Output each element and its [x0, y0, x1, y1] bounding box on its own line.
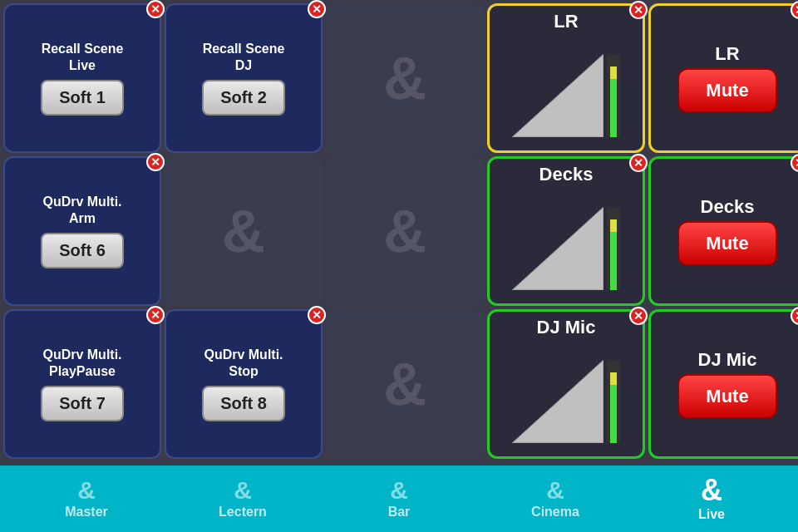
djmic-fader-visual [504, 342, 628, 451]
close-btn-djmic-mute[interactable]: ✕ [791, 307, 798, 325]
close-btn-recall-live[interactable]: ✕ [146, 0, 165, 18]
meter-yellow [610, 66, 617, 79]
close-btn-qudrv-arm[interactable]: ✕ [146, 153, 165, 171]
close-btn-decks-fader[interactable]: ✕ [629, 154, 648, 172]
nav-cinema-amp: & [546, 478, 564, 503]
soft7-button[interactable]: Soft 7 [41, 386, 124, 421]
lr-fader-title: LR [554, 11, 578, 32]
djmic-meter-green [610, 385, 617, 443]
amp3-symbol: & [383, 197, 426, 265]
decks-fader-meter [607, 207, 620, 290]
cell-amp1: & [326, 3, 484, 153]
lr-fader-triangle [512, 54, 603, 137]
amp1-symbol: & [383, 44, 426, 112]
main-grid: ✕ Recall SceneLive Soft 1 ✕ Recall Scene… [0, 0, 798, 466]
close-btn-qudrv-stop[interactable]: ✕ [308, 306, 326, 324]
nav-master-label: Master [65, 505, 108, 520]
bottom-nav: & Master & Lectern & Bar & Cinema & Live [0, 466, 798, 532]
decks-fader-visual [504, 189, 628, 298]
lr-fader-visual [504, 36, 628, 145]
amp4-symbol: & [383, 350, 426, 418]
decks-fader-title: Decks [539, 164, 594, 185]
svg-marker-1 [512, 207, 603, 290]
djmic-fader-triangle [512, 360, 603, 443]
decks-meter-green [610, 232, 617, 290]
svg-marker-2 [512, 360, 603, 443]
close-btn-decks-mute[interactable]: ✕ [791, 154, 798, 172]
nav-master[interactable]: & Master [8, 478, 165, 520]
cell-amp2: & [165, 156, 323, 306]
decks-fader-triangle [512, 207, 603, 290]
decks-meter-yellow [610, 219, 617, 232]
recall-dj-title: Recall SceneDJ [203, 41, 285, 72]
cell-qudrv-stop: ✕ QuDrv Multi.Stop Soft 8 [165, 309, 323, 459]
lr-mute-button[interactable]: Mute [677, 68, 777, 113]
decks-mute-title: Decks [701, 196, 755, 218]
nav-bar-label: Bar [388, 505, 411, 520]
svg-marker-0 [512, 54, 603, 137]
soft6-button[interactable]: Soft 6 [41, 233, 124, 268]
recall-live-title: Recall SceneLive [42, 41, 124, 72]
close-btn-lr-mute[interactable]: ✕ [791, 1, 798, 19]
close-btn-qudrv-playpause[interactable]: ✕ [146, 306, 165, 324]
djmic-fader-meter [607, 360, 620, 443]
qudrv-stop-title: QuDrv Multi.Stop [204, 347, 283, 378]
cell-recall-dj: ✕ Recall SceneDJ Soft 2 [165, 3, 323, 153]
qudrv-arm-title: QuDrv Multi.Arm [42, 194, 121, 225]
cell-lr-mute: ✕ LR Mute [648, 3, 798, 153]
nav-lectern-amp: & [234, 478, 252, 503]
soft2-button[interactable]: Soft 2 [202, 80, 285, 116]
qudrv-playpause-title: QuDrv Multi.PlayPause [42, 347, 121, 378]
nav-live[interactable]: & Live [633, 475, 790, 522]
lr-mute-title: LR [715, 43, 739, 65]
soft1-button[interactable]: Soft 1 [41, 80, 124, 116]
meter-green [610, 79, 617, 137]
cell-amp4: & [326, 309, 484, 459]
nav-cinema-label: Cinema [531, 505, 579, 520]
lr-fader-meter [607, 54, 620, 137]
cell-qudrv-arm: ✕ QuDrv Multi.Arm Soft 6 [3, 156, 161, 306]
cell-lr-fader: ✕ LR [487, 3, 645, 153]
djmic-meter-yellow [610, 372, 617, 385]
nav-lectern-label: Lectern [219, 505, 267, 520]
nav-live-label: Live [698, 507, 725, 522]
cell-djmic-fader: ✕ DJ Mic [487, 309, 645, 459]
close-btn-djmic-fader[interactable]: ✕ [629, 307, 648, 325]
cell-recall-live: ✕ Recall SceneLive Soft 1 [3, 3, 161, 153]
cell-amp3: & [326, 156, 484, 306]
cell-djmic-mute: ✕ DJ Mic Mute [648, 309, 798, 459]
close-btn-recall-dj[interactable]: ✕ [308, 0, 326, 18]
djmic-mute-title: DJ Mic [698, 349, 757, 371]
nav-lectern[interactable]: & Lectern [165, 478, 321, 520]
close-btn-lr-fader[interactable]: ✕ [629, 1, 648, 19]
cell-qudrv-playpause: ✕ QuDrv Multi.PlayPause Soft 7 [3, 309, 161, 459]
nav-cinema[interactable]: & Cinema [477, 478, 633, 520]
cell-decks-mute: ✕ Decks Mute [648, 156, 798, 306]
nav-bar[interactable]: & Bar [321, 478, 477, 520]
djmic-mute-button[interactable]: Mute [677, 374, 777, 419]
cell-decks-fader: ✕ Decks [487, 156, 645, 306]
nav-live-amp: & [701, 475, 722, 505]
nav-master-amp: & [77, 478, 96, 503]
decks-mute-button[interactable]: Mute [677, 221, 777, 266]
nav-bar-amp: & [390, 478, 408, 503]
djmic-fader-title: DJ Mic [537, 317, 596, 338]
amp2-symbol: & [222, 197, 265, 265]
soft8-button[interactable]: Soft 8 [202, 386, 285, 421]
